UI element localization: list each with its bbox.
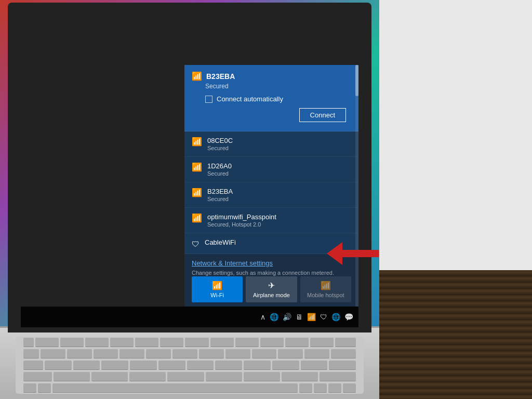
quick-btn-airplane[interactable]: ✈ Airplane mode xyxy=(246,276,297,302)
wifi-quick-label: Wi-Fi xyxy=(210,292,224,298)
wifi-icon-b23eba: 📶 xyxy=(192,188,202,197)
network-status-optimum: Secured, Hotspot 2.0 xyxy=(207,221,351,228)
network-info-optimum: optimumwifi_Passpoint Secured, Hotspot 2… xyxy=(207,213,351,228)
keyboard-rows xyxy=(23,338,356,393)
selected-network: 📶 B23EBA Secured Connect automatically C… xyxy=(184,65,358,131)
taskbar-network-icon: 🌐 xyxy=(331,313,340,321)
screen-bezel: ∧ 🌐 🔊 🖥 📶 🛡 🌐 💬 📶 B23EBA Secured xyxy=(8,3,371,332)
mobile-quick-label: Mobile hotspot xyxy=(307,292,344,298)
wood-background xyxy=(379,270,532,399)
connect-button[interactable]: Connect xyxy=(299,108,346,122)
quick-btn-wifi[interactable]: 📶 Wi-Fi xyxy=(192,276,243,302)
arrow-head xyxy=(327,242,342,265)
wifi-quick-icon: 📶 xyxy=(195,281,240,290)
taskbar-volume-icon: 🔊 xyxy=(283,313,291,321)
network-name-08ce0c: 08CE0C xyxy=(207,137,351,144)
network-item-1d26a0[interactable]: 📶 1D26A0 Secured xyxy=(184,157,358,182)
mobile-quick-icon: 📶 xyxy=(303,281,348,290)
quick-actions: 📶 Wi-Fi ✈ Airplane mode 📶 Mobile hotspot xyxy=(192,276,351,302)
network-item-08ce0c[interactable]: 📶 08CE0C Secured xyxy=(184,131,358,157)
red-arrow xyxy=(327,242,379,265)
selected-wifi-icon: 📶 xyxy=(192,71,202,81)
network-name-b23eba: B23EBA xyxy=(207,188,351,195)
network-item-b23eba[interactable]: 📶 B23EBA Secured xyxy=(184,182,358,208)
arrow-body xyxy=(342,250,379,257)
network-status-1d26a0: Secured xyxy=(207,170,351,177)
screen-inner: ∧ 🌐 🔊 🖥 📶 🛡 🌐 💬 📶 B23EBA Secured xyxy=(21,10,358,327)
wifi-icon-1d26a0: 📶 xyxy=(192,162,202,172)
wall-background xyxy=(379,0,532,270)
laptop-body xyxy=(0,326,379,399)
laptop-keyboard xyxy=(16,337,364,394)
selected-network-status: Secured xyxy=(205,83,351,90)
taskbar-message-icon: 💬 xyxy=(344,313,353,321)
network-status-08ce0c: Secured xyxy=(207,145,351,151)
network-info-1d26a0: 1D26A0 Secured xyxy=(207,162,351,177)
quick-btn-mobile[interactable]: 📶 Mobile hotspot xyxy=(300,276,351,302)
network-item-optimum[interactable]: 📶 optimumwifi_Passpoint Secured, Hotspot… xyxy=(184,208,358,233)
taskbar-shield-icon: 🛡 xyxy=(320,313,327,321)
connect-auto-label: Connect automatically xyxy=(217,95,283,103)
network-settings-desc: Change settings, such as making a connec… xyxy=(192,270,334,276)
wifi-icon-optimum: 📶 xyxy=(192,213,202,223)
shield-icon-cablewifi: 🛡 xyxy=(192,240,200,248)
airplane-quick-label: Airplane mode xyxy=(253,292,290,298)
taskbar: ∧ 🌐 🔊 🖥 📶 🛡 🌐 💬 xyxy=(21,307,358,327)
wifi-scrollbar[interactable] xyxy=(355,65,358,307)
connect-auto-checkbox[interactable] xyxy=(205,96,212,103)
network-status-b23eba: Secured xyxy=(207,196,351,202)
taskbar-wifi-icon[interactable]: 📶 xyxy=(307,313,316,321)
selected-network-name: B23EBA xyxy=(206,72,235,81)
airplane-quick-icon: ✈ xyxy=(249,281,294,290)
network-info-b23eba: B23EBA Secured xyxy=(207,188,351,202)
taskbar-globe-icon: 🌐 xyxy=(270,313,278,321)
wifi-icon-08ce0c: 📶 xyxy=(192,137,202,147)
wifi-scrollbar-thumb[interactable] xyxy=(355,65,358,96)
network-info-08ce0c: 08CE0C Secured xyxy=(207,137,351,151)
wifi-panel: 📶 B23EBA Secured Connect automatically C… xyxy=(184,65,358,307)
taskbar-chevron: ∧ xyxy=(260,313,265,321)
network-name-1d26a0: 1D26A0 xyxy=(207,162,351,170)
network-name-optimum: optimumwifi_Passpoint xyxy=(207,213,351,221)
taskbar-display-icon: 🖥 xyxy=(296,313,303,321)
